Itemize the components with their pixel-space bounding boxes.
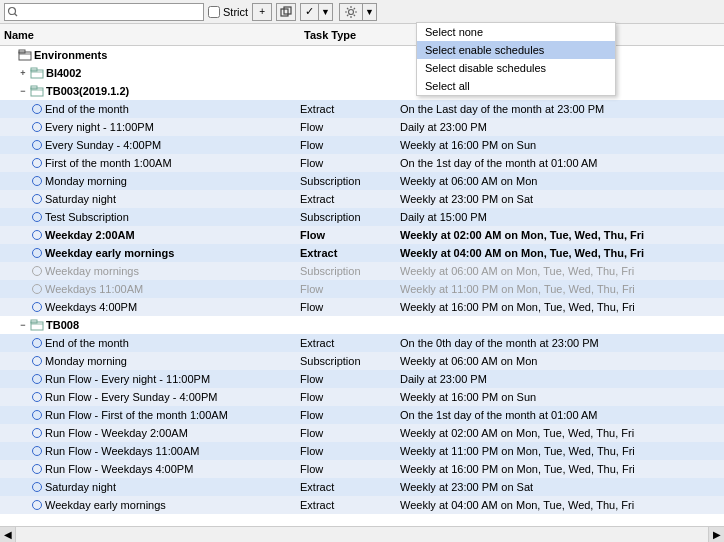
tb003-saturday-row[interactable]: Saturday night Extract Weekly at 23:00 P… xyxy=(0,190,724,208)
toolbar: Strict + ✓ ▼ ▼ xyxy=(0,0,724,24)
tb003-weekdays-11am-row[interactable]: Weekdays 11:00AM Flow Weekly at 11:00 PM… xyxy=(0,280,724,298)
cog-icon xyxy=(344,5,358,19)
check-icon: ✓ xyxy=(305,5,314,18)
tb008-weekday-early-row[interactable]: Weekday early mornings Extract Weekly at… xyxy=(0,496,724,514)
col-name-header: Name xyxy=(4,29,304,41)
tb008-run-first-task: Flow xyxy=(300,409,400,421)
svg-point-4 xyxy=(348,9,353,14)
add-button[interactable]: + xyxy=(252,3,272,21)
tb003-every-sunday-row[interactable]: Every Sunday - 4:00PM Flow Weekly at 16:… xyxy=(0,136,724,154)
schedule-enabled-icon xyxy=(32,212,42,222)
environments-label: Environments xyxy=(4,48,304,62)
tb008-weekday-early-name: Weekday early mornings xyxy=(32,499,300,511)
schedule-enabled-icon xyxy=(32,230,42,240)
tb008-end-month-schedule: On the 0th day of the month at 23:00 PM xyxy=(400,337,724,349)
tb008-run-weekdays-4pm-schedule: Weekly at 16:00 PM on Mon, Tue, Wed, Thu… xyxy=(400,463,724,475)
tb003-weekday-mornings-row[interactable]: Weekday mornings Subscription Weekly at … xyxy=(0,262,724,280)
tb003-first-month-row[interactable]: First of the month 1:00AM Flow On the 1s… xyxy=(0,154,724,172)
tb008-group-icon xyxy=(30,318,44,332)
tb003-weekdays-4pm-name: Weekdays 4:00PM xyxy=(32,301,300,313)
bi4002-name: BI4002 xyxy=(46,67,81,79)
check-main[interactable]: ✓ xyxy=(301,4,319,20)
tb008-monday-schedule: Weekly at 06:00 AM on Mon xyxy=(400,355,724,367)
action-dropdown-arrow[interactable]: ▼ xyxy=(363,4,376,20)
schedule-enabled-icon xyxy=(32,446,42,456)
tb003-name: TB003(2019.1.2) xyxy=(46,85,129,97)
tb008-run-every-sunday-row[interactable]: Run Flow - Every Sunday - 4:00PM Flow We… xyxy=(0,388,724,406)
scroll-right-button[interactable]: ▶ xyxy=(708,527,724,543)
tb003-monday-name: Monday morning xyxy=(32,175,300,187)
tb003-group-icon xyxy=(30,84,44,98)
tb003-every-night-row[interactable]: Every night - 11:00PM Flow Daily at 23:0… xyxy=(0,118,724,136)
tb003-test-sub-row[interactable]: Test Subscription Subscription Daily at … xyxy=(0,208,724,226)
tb003-test-sub-task: Subscription xyxy=(300,211,400,223)
strict-checkbox[interactable] xyxy=(208,6,220,18)
tb003-monday-schedule: Weekly at 06:00 AM on Mon xyxy=(400,175,724,187)
tb008-run-weekday-2am-name: Run Flow - Weekday 2:00AM xyxy=(32,427,300,439)
tb003-end-month-row[interactable]: End of the month Extract On the Last day… xyxy=(0,100,724,118)
tb003-saturday-name: Saturday night xyxy=(32,193,300,205)
tb003-weekday-early-row[interactable]: Weekday early mornings Extract Weekly at… xyxy=(0,244,724,262)
schedule-enabled-icon xyxy=(32,122,42,132)
tb008-weekday-early-task: Extract xyxy=(300,499,400,511)
tb003-weekday-2am-row[interactable]: Weekday 2:00AM Flow Weekly at 02:00 AM o… xyxy=(0,226,724,244)
tb003-every-sunday-schedule: Weekly at 16:00 PM on Sun xyxy=(400,139,724,151)
tb008-weekday-early-schedule: Weekly at 04:00 AM on Mon, Tue, Wed, Thu… xyxy=(400,499,724,511)
tb003-weekdays-4pm-row[interactable]: Weekdays 4:00PM Flow Weekly at 16:00 PM … xyxy=(0,298,724,316)
tb008-run-weekday-2am-row[interactable]: Run Flow - Weekday 2:00AM Flow Weekly at… xyxy=(0,424,724,442)
tb008-expander[interactable]: − xyxy=(16,318,30,332)
schedule-enabled-icon xyxy=(32,500,42,510)
dropdown-select-disable[interactable]: Select disable schedules xyxy=(417,59,615,77)
tb003-weekday-mornings-schedule: Weekly at 06:00 AM on Mon, Tue, Wed, Thu… xyxy=(400,265,724,277)
environments-group-icon xyxy=(18,48,32,62)
tb008-run-weekdays-4pm-row[interactable]: Run Flow - Weekdays 4:00PM Flow Weekly a… xyxy=(0,460,724,478)
tb003-first-month-schedule: On the 1st day of the month at 01:00 AM xyxy=(400,157,724,169)
tb008-row[interactable]: − TB008 xyxy=(0,316,724,334)
dropdown-select-all[interactable]: Select all xyxy=(417,77,615,95)
strict-option: Strict xyxy=(208,6,248,18)
bi4002-expander[interactable]: + xyxy=(16,66,30,80)
check-split-button[interactable]: ✓ ▼ xyxy=(300,3,333,21)
tb008-run-first-row[interactable]: Run Flow - First of the month 1:00AM Flo… xyxy=(0,406,724,424)
env-expander[interactable] xyxy=(4,48,18,62)
search-input[interactable] xyxy=(21,6,201,18)
tb008-run-weekdays-4pm-name: Run Flow - Weekdays 4:00PM xyxy=(32,463,300,475)
tb003-label: − TB003(2019.1.2) xyxy=(16,84,300,98)
tb003-expander[interactable]: − xyxy=(16,84,30,98)
schedule-enabled-icon xyxy=(32,428,42,438)
dropdown-select-enable[interactable]: Select enable schedules xyxy=(417,41,615,59)
schedule-enabled-icon xyxy=(32,338,42,348)
tb003-end-month-schedule: On the Last day of the month at 23:00 PM xyxy=(400,103,724,115)
search-icon xyxy=(7,6,19,18)
strict-label: Strict xyxy=(223,6,248,18)
action-main[interactable] xyxy=(340,4,363,20)
check-dropdown-arrow[interactable]: ▼ xyxy=(319,4,332,20)
tb003-weekday-2am-task: Flow xyxy=(300,229,400,241)
tb008-run-weekdays-11am-name: Run Flow - Weekdays 11:00AM xyxy=(32,445,300,457)
tb008-run-first-schedule: On the 1st day of the month at 01:00 AM xyxy=(400,409,724,421)
schedule-enabled-icon xyxy=(32,302,42,312)
horizontal-scrollbar[interactable]: ◀ ▶ xyxy=(0,526,724,542)
tb008-end-month-row[interactable]: End of the month Extract On the 0th day … xyxy=(0,334,724,352)
tb003-monday-row[interactable]: Monday morning Subscription Weekly at 06… xyxy=(0,172,724,190)
tb008-saturday-row[interactable]: Saturday night Extract Weekly at 23:00 P… xyxy=(0,478,724,496)
tb008-run-every-night-schedule: Daily at 23:00 PM xyxy=(400,373,724,385)
schedule-enabled-icon xyxy=(32,176,42,186)
tb008-run-weekdays-11am-schedule: Weekly at 11:00 PM on Mon, Tue, Wed, Thu… xyxy=(400,445,724,457)
action-split-button[interactable]: ▼ xyxy=(339,3,377,21)
tb003-weekday-2am-schedule: Weekly at 02:00 AM on Mon, Tue, Wed, Thu… xyxy=(400,229,724,241)
table-body[interactable]: Environments + BI4002 − TB003(2019.1.2) xyxy=(0,46,724,514)
tb003-weekdays-4pm-schedule: Weekly at 16:00 PM on Mon, Tue, Wed, Thu… xyxy=(400,301,724,313)
tb003-saturday-task: Extract xyxy=(300,193,400,205)
dropdown-select-none[interactable]: Select none xyxy=(417,23,615,41)
schedule-enabled-icon xyxy=(32,158,42,168)
tb008-monday-row[interactable]: Monday morning Subscription Weekly at 06… xyxy=(0,352,724,370)
scroll-left-button[interactable]: ◀ xyxy=(0,527,16,543)
tb008-run-every-night-row[interactable]: Run Flow - Every night - 11:00PM Flow Da… xyxy=(0,370,724,388)
duplicate-button[interactable] xyxy=(276,3,296,21)
tb008-name: TB008 xyxy=(46,319,79,331)
search-box[interactable] xyxy=(4,3,204,21)
tb008-run-every-sunday-name: Run Flow - Every Sunday - 4:00PM xyxy=(32,391,300,403)
tb008-run-weekdays-11am-row[interactable]: Run Flow - Weekdays 11:00AM Flow Weekly … xyxy=(0,442,724,460)
col-task-header: Task Type xyxy=(304,29,404,41)
